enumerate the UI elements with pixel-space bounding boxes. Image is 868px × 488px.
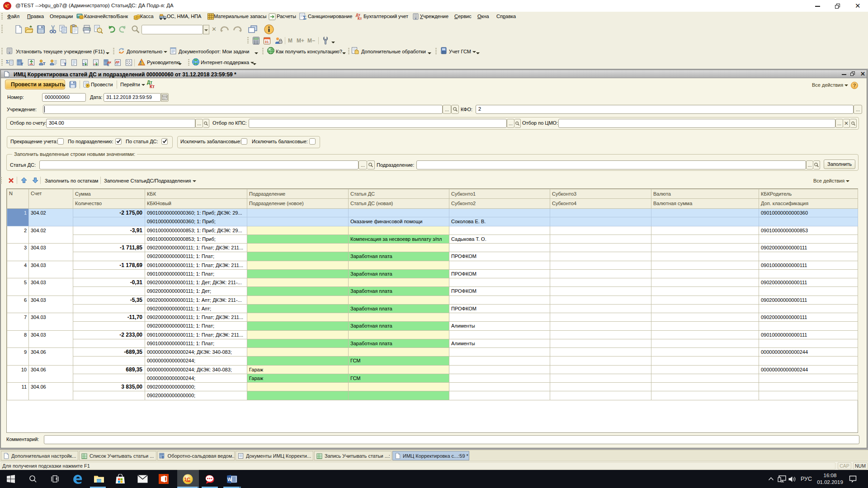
svg-text:Σ: Σ (6, 59, 9, 64)
svg-text:Кт: Кт (358, 16, 362, 21)
svg-text:Σ: Σ (107, 63, 109, 66)
svg-text:W: W (227, 477, 232, 482)
svg-text:Т: Т (162, 455, 164, 459)
svg-text:дк: дк (116, 60, 120, 64)
svg-text:Т: Т (21, 62, 24, 66)
svg-text:Т: Т (64, 62, 66, 66)
svg-text:Т: Т (82, 62, 85, 66)
svg-text:Т: Т (43, 61, 46, 66)
svg-text:31: 31 (265, 40, 269, 44)
svg-text:Σ: Σ (303, 14, 307, 20)
